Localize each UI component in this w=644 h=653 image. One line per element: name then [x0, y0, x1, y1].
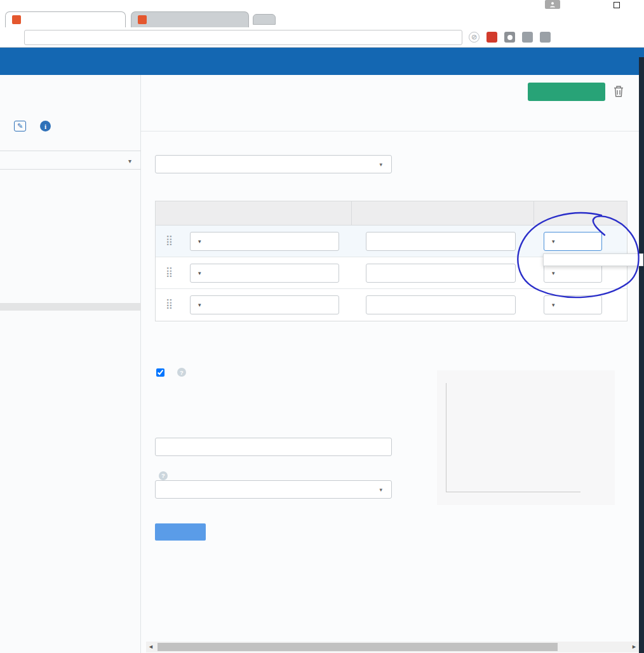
header-label	[352, 201, 534, 225]
label-input[interactable]	[366, 232, 516, 251]
round-extension-icon[interactable]	[504, 32, 515, 43]
summarize-select[interactable]: ▾	[544, 264, 602, 283]
browser-toolbar: ⊘	[0, 27, 644, 48]
avatar[interactable]	[545, 0, 560, 9]
info-icon[interactable]: i	[40, 121, 51, 131]
summarize-select[interactable]: ▾	[544, 232, 602, 251]
table-row: ⣿ ▾ ▾	[156, 289, 627, 321]
background-window-edge	[639, 57, 644, 653]
group-by-select[interactable]: ▾	[155, 155, 392, 173]
table-row: ⣿ ▾ ▾	[156, 226, 627, 257]
label-input[interactable]	[366, 295, 516, 314]
horizontal-scrollbar[interactable]: ◄ ►	[146, 642, 639, 652]
sidebar-item-reports[interactable]	[0, 303, 141, 311]
chevron-down-icon: ▾	[128, 158, 131, 165]
report-tabs	[161, 113, 218, 121]
scroll-left-icon[interactable]: ◄	[148, 643, 154, 650]
new-tab-button[interactable]	[253, 14, 276, 25]
g-extension-icon[interactable]	[540, 32, 551, 43]
drag-handle-icon[interactable]: ⣿	[166, 298, 171, 309]
label-input[interactable]	[366, 264, 516, 283]
chevron-down-icon: ▾	[552, 270, 555, 276]
browser-tab-active[interactable]	[5, 11, 126, 27]
person-icon	[549, 1, 556, 8]
help-icon[interactable]: ?	[159, 471, 168, 480]
menu-option-count[interactable]	[544, 254, 643, 266]
main-content: ▾ ⣿ ▾ ▾ ⣿ ▾ ▾ ⣿ ▾	[141, 75, 640, 653]
divider	[141, 131, 640, 131]
chart-plot	[446, 383, 580, 492]
chevron-down-icon: ▾	[198, 238, 201, 245]
plugin-extension-icon[interactable]: ⊘	[469, 32, 480, 43]
brand-logo[interactable]	[0, 48, 119, 75]
laserfiche-favicon	[12, 15, 21, 24]
drag-handle-icon[interactable]: ⣿	[166, 234, 171, 246]
series-value-select[interactable]: ▾	[155, 480, 392, 499]
divider	[0, 151, 141, 151]
chevron-down-icon: ▾	[379, 487, 382, 493]
summarize-dropdown-menu	[543, 253, 643, 266]
browser-tab-inactive[interactable]	[131, 11, 249, 27]
color-swatch[interactable]	[155, 523, 206, 541]
window-titlebar	[0, 0, 644, 10]
scrollbar-thumb[interactable]	[158, 643, 558, 651]
flash-extension-icon[interactable]	[486, 32, 497, 43]
divider	[0, 169, 141, 170]
app-navbar	[0, 48, 644, 75]
chevron-down-icon: ▾	[198, 302, 201, 308]
create-chart-checkbox[interactable]	[156, 368, 164, 377]
chevron-down-icon: ▾	[552, 238, 555, 245]
laserfiche-favicon	[138, 15, 147, 24]
column-select[interactable]: ▾	[190, 232, 339, 251]
chart-title-input[interactable]	[155, 438, 392, 456]
drag-handle-icon[interactable]: ⣿	[166, 266, 171, 278]
table-header	[156, 201, 627, 226]
series-value-heading: ?	[155, 469, 168, 480]
chevron-down-icon: ▾	[379, 161, 382, 168]
generate-report-button[interactable]	[528, 83, 605, 101]
edit-form-icon[interactable]: ✎	[14, 121, 26, 131]
url-bar[interactable]	[24, 30, 462, 45]
chevron-down-icon: ▾	[552, 302, 555, 308]
l-extension-icon[interactable]	[522, 32, 533, 43]
trash-icon[interactable]	[614, 85, 624, 100]
header-summarize	[534, 201, 628, 225]
column-select[interactable]: ▾	[190, 264, 339, 283]
sidebar: ✎ i ▾	[0, 75, 141, 653]
header-column	[156, 201, 352, 225]
scroll-right-icon[interactable]: ►	[631, 643, 637, 650]
chevron-down-icon: ▾	[198, 270, 201, 276]
column-select[interactable]: ▾	[190, 295, 339, 314]
summarize-select[interactable]: ▾	[544, 295, 602, 314]
chart-preview	[437, 370, 615, 505]
browser-tabstrip	[0, 10, 644, 27]
help-icon[interactable]: ?	[177, 368, 186, 377]
maximize-button[interactable]	[614, 2, 620, 8]
